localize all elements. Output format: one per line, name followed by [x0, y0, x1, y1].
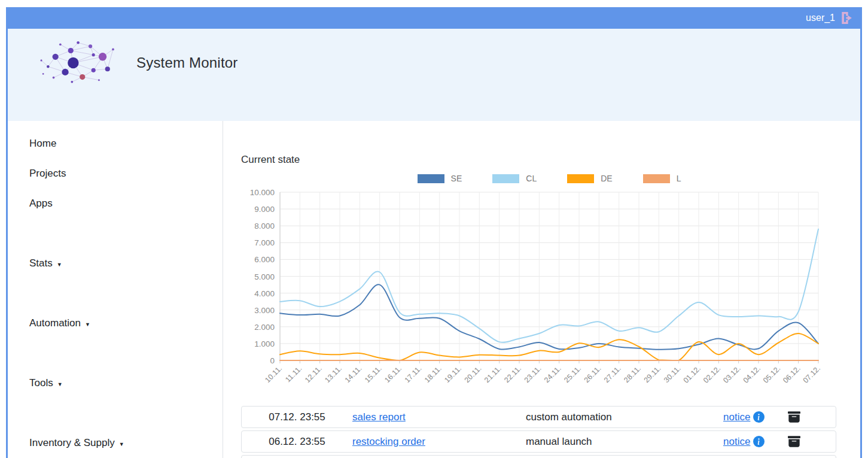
sidebar-item-label: Tools: [29, 377, 53, 389]
sidebar: HomeProjectsAppsStats▼Automation▼Tools▼I…: [8, 121, 223, 458]
row-datetime: 07.12. 23:55: [242, 411, 352, 423]
row-description: manual launch: [526, 436, 723, 448]
x-axis-tick-label: 05.12.: [762, 364, 782, 384]
legend-item-l[interactable]: L: [643, 174, 681, 183]
sidebar-item-label: Apps: [29, 198, 53, 210]
logout-icon: [840, 11, 854, 25]
y-axis-tick-label: 10.000: [250, 188, 275, 197]
sidebar-item-label: Home: [29, 138, 56, 150]
x-axis-tick-label: 27.11.: [602, 364, 623, 384]
legend-item-se[interactable]: SE: [418, 174, 462, 183]
row-archive-cell: [783, 411, 801, 424]
section-title: Current state: [241, 154, 860, 166]
sidebar-spacer: [29, 278, 223, 308]
archive-box-icon: [788, 411, 800, 423]
legend-item-de[interactable]: DE: [567, 174, 612, 183]
archive-button[interactable]: [788, 411, 801, 424]
y-axis-tick-label: 4.000: [254, 289, 275, 298]
username-label: user_1: [806, 13, 835, 23]
sidebar-item-label: Stats: [29, 257, 53, 269]
x-axis-tick-label: 15.11.: [363, 364, 383, 384]
x-axis-tick-label: 16.11.: [383, 364, 403, 384]
info-circle-icon[interactable]: [753, 411, 765, 423]
x-axis-tick-label: 01.12.: [682, 364, 702, 384]
notice-link[interactable]: notice: [723, 436, 750, 448]
x-axis-tick-label: 21.11.: [483, 364, 503, 384]
sidebar-item-label: Automation: [29, 317, 81, 329]
top-bar: user_1: [8, 7, 860, 29]
sidebar-item-label: Inventory & Supply: [29, 437, 115, 449]
caret-down-icon: ▼: [85, 321, 90, 327]
legend-label: SE: [451, 174, 462, 183]
x-axis-tick-label: 22.11.: [502, 364, 523, 384]
series-line-cl: [280, 229, 818, 342]
sidebar-item-tools[interactable]: Tools▼: [29, 368, 223, 398]
main-content: Current state SECLDEL 01.0002.0003.0004.…: [223, 121, 860, 458]
row-item-link[interactable]: restocking order: [352, 436, 425, 447]
x-axis-tick-label: 24.11.: [543, 364, 563, 384]
x-axis-tick-label: 07.12.: [802, 364, 822, 384]
x-axis-tick-label: 25.11.: [562, 364, 583, 384]
row-notice-cell: notice: [723, 436, 783, 448]
sidebar-spacer: [29, 219, 223, 248]
legend-item-cl[interactable]: CL: [492, 174, 537, 183]
x-axis-tick-label: 28.11.: [622, 364, 642, 384]
sidebar-item-automation[interactable]: Automation▼: [29, 308, 223, 338]
row-item-link[interactable]: sales report: [352, 411, 406, 423]
sidebar-item-projects[interactable]: Projects: [29, 159, 223, 189]
legend-swatch: [492, 174, 519, 183]
sidebar-spacer: [29, 338, 223, 368]
sidebar-item-label: Projects: [29, 168, 66, 180]
x-axis-tick-label: 29.11.: [642, 364, 663, 384]
event-table: 07.12. 23:55sales reportcustom automatio…: [241, 406, 836, 458]
caret-down-icon: ▼: [57, 381, 63, 387]
x-axis-tick-label: 17.11.: [403, 364, 424, 384]
x-axis-tick-label: 11.11.: [284, 364, 303, 384]
y-axis-tick-label: 0: [270, 356, 275, 365]
sidebar-spacer: [29, 398, 223, 428]
app-frame: user_1 System Monitor HomeProjectsAppsSt…: [6, 7, 862, 458]
legend-swatch: [418, 174, 444, 183]
legend-label: L: [677, 174, 681, 183]
y-axis-tick-label: 8.000: [254, 222, 275, 230]
row-link-cell: restocking order: [352, 436, 526, 448]
page-header: System Monitor: [8, 29, 860, 121]
legend-label: DE: [601, 174, 612, 183]
x-axis-tick-label: 30.11.: [662, 364, 683, 384]
caret-down-icon: ▼: [119, 441, 124, 447]
row-datetime: 06.12. 23:55: [242, 436, 352, 448]
x-axis-tick-label: 13.11.: [323, 364, 343, 384]
x-axis-tick-label: 23.11.: [523, 364, 543, 384]
x-axis-tick-label: 19.11.: [443, 364, 463, 384]
x-axis-tick-label: 10.11.: [263, 364, 284, 384]
legend-label: CL: [526, 174, 537, 183]
logout-button[interactable]: [840, 11, 854, 25]
chart-legend: SECLDEL: [280, 174, 818, 183]
network-graph-logo-icon: [35, 38, 118, 87]
sidebar-item-stats[interactable]: Stats▼: [29, 248, 223, 278]
x-axis-tick-label: 06.12.: [781, 364, 802, 384]
sidebar-item-apps[interactable]: Apps: [29, 189, 223, 219]
x-axis-tick-label: 14.11.: [343, 364, 364, 384]
y-axis-tick-label: 2.000: [254, 323, 275, 332]
legend-swatch: [567, 174, 594, 183]
archive-button[interactable]: [788, 435, 801, 448]
legend-swatch: [643, 174, 670, 183]
y-axis-tick-label: 7.000: [254, 238, 275, 247]
row-notice-cell: notice: [723, 411, 783, 423]
info-circle-icon[interactable]: [753, 436, 765, 447]
y-axis-tick-label: 1.000: [254, 339, 275, 348]
table-row-partial: [241, 455, 836, 458]
x-axis-tick-label: 20.11.: [463, 364, 483, 384]
sidebar-item-inventory-supply[interactable]: Inventory & Supply▼: [29, 428, 223, 458]
sidebar-item-home[interactable]: Home: [29, 129, 223, 159]
archive-box-icon: [788, 435, 800, 448]
notice-link[interactable]: notice: [723, 411, 750, 423]
y-axis-tick-label: 5.000: [254, 272, 275, 281]
y-axis-tick-label: 9.000: [254, 205, 275, 214]
table-row: 07.12. 23:55sales reportcustom automatio…: [241, 406, 836, 428]
x-axis-tick-label: 18.11.: [423, 364, 443, 384]
x-axis-tick-label: 02.12.: [702, 364, 722, 384]
x-axis-tick-label: 26.11.: [583, 364, 603, 384]
x-axis-tick-label: 12.11.: [303, 364, 324, 384]
